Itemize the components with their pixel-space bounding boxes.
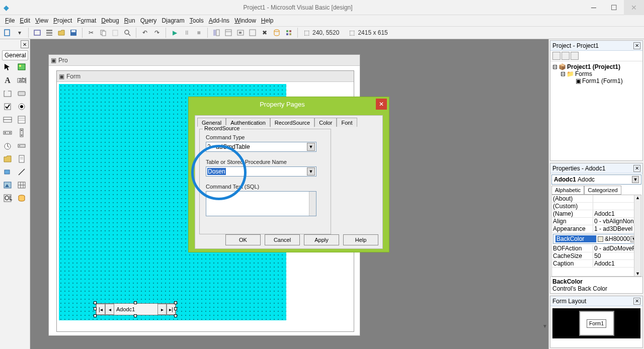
tool-shape-icon[interactable] [1, 166, 14, 178]
property-row[interactable]: (About) [552, 195, 641, 203]
new-project-icon[interactable] [2, 27, 13, 38]
tree-form1[interactable]: Form1 (Form1) [582, 77, 623, 84]
properties-scrollbar[interactable]: ▲ ▼ [634, 195, 641, 276]
adodc-control[interactable]: |◂ ◂ Adodc1 ▸ ▸| [96, 303, 176, 315]
menu-view[interactable]: View [33, 16, 50, 25]
tool-textbox-icon[interactable]: ab| [15, 74, 28, 86]
minimize-button[interactable]: ─ [584, 0, 604, 15]
property-value[interactable]: &H80000▼ [597, 235, 637, 242]
adodc-next-button[interactable]: ▸ [157, 304, 167, 315]
component-manager-icon[interactable] [283, 27, 294, 38]
data-view-icon[interactable] [271, 27, 282, 38]
tool-hscrollbar-icon[interactable] [1, 127, 14, 139]
textarea-scrollbar[interactable] [309, 192, 316, 216]
tool-data-icon[interactable] [15, 179, 28, 191]
redo-icon[interactable]: ↷ [151, 27, 163, 38]
project-tree[interactable]: ⊟📦Project1 (Project1) ⊟📁Forms ▣Form1 (Fo… [550, 61, 642, 86]
menu-diagram[interactable]: Diagram [159, 16, 186, 25]
tree-expand-icon[interactable]: ⊟ [560, 70, 566, 77]
dialog-close-button[interactable]: ✕ [376, 99, 387, 110]
menu-query[interactable]: Query [138, 16, 159, 25]
tool-image-icon[interactable] [1, 179, 14, 191]
open-icon[interactable] [56, 27, 67, 38]
toolbox-close-button[interactable]: ✕ [21, 40, 29, 48]
command-type-combo[interactable]: 2 - adCmdTable ▼ [206, 142, 316, 152]
maximize-button[interactable]: ☐ [604, 0, 624, 15]
tab-categorized[interactable]: Categorized [584, 186, 621, 195]
menu-project[interactable]: Project [51, 16, 74, 25]
command-text-textarea[interactable] [206, 191, 316, 216]
object-browser-icon[interactable] [247, 27, 258, 38]
tool-label-icon[interactable]: A [1, 74, 14, 86]
toggle-folders-icon[interactable] [571, 52, 579, 60]
property-row[interactable]: BackColor&H80000▼ [553, 234, 640, 244]
tool-frame-icon[interactable] [1, 88, 14, 100]
project-explorer-icon[interactable] [211, 27, 222, 38]
property-row[interactable]: (Name)Adodc1 [552, 210, 641, 218]
save-icon[interactable] [68, 27, 79, 38]
properties-list[interactable]: (About)(Custom)(Name)Adodc1Align0 - vbAl… [551, 195, 641, 277]
tool-checkbox-icon[interactable] [1, 101, 14, 113]
menu-window[interactable]: Window [232, 16, 258, 25]
tab-alphabetic[interactable]: Alphabetic [551, 186, 584, 195]
dropdown-icon[interactable]: ▼ [632, 176, 639, 183]
cancel-button[interactable]: Cancel [265, 234, 300, 245]
menu-editor-icon[interactable] [44, 27, 55, 38]
view-object-icon[interactable] [561, 52, 570, 60]
copy-icon[interactable] [98, 27, 109, 38]
properties-panel-close-button[interactable]: ✕ [633, 165, 640, 172]
tab-recordsource[interactable]: RecordSource [270, 118, 314, 127]
menu-debug[interactable]: Debug [99, 16, 121, 25]
mdi-scroll-down-icon[interactable]: ▼ [542, 323, 547, 329]
dropdown-icon[interactable]: ▼ [307, 167, 315, 176]
tab-color[interactable]: Color [314, 118, 337, 127]
toolbox-header[interactable]: General [2, 50, 28, 60]
menu-file[interactable]: File [3, 16, 17, 25]
menu-help[interactable]: Help [259, 16, 276, 25]
run-icon[interactable]: ▶ [169, 27, 180, 38]
menu-format[interactable]: Format [75, 16, 98, 25]
property-row[interactable]: CaptionAdodc1 [552, 260, 641, 268]
cut-icon[interactable]: ✂ [86, 27, 97, 38]
menu-addins[interactable]: Add-Ins [207, 16, 231, 25]
find-icon[interactable] [122, 27, 133, 38]
help-button[interactable]: Help [343, 234, 378, 245]
tool-timer-icon[interactable] [1, 140, 14, 152]
tool-pointer-icon[interactable] [1, 61, 14, 73]
form-layout-close-button[interactable]: ✕ [633, 298, 640, 305]
form-layout-icon[interactable] [235, 27, 246, 38]
property-row[interactable]: Align0 - vbAlignNone [552, 218, 641, 225]
properties-object-selector[interactable]: Adodc1 Adodc ▼ [551, 175, 641, 185]
tab-font[interactable]: Font [337, 118, 357, 127]
tool-line-icon[interactable] [15, 166, 28, 178]
undo-icon[interactable]: ↶ [139, 27, 150, 38]
property-row[interactable]: BOFAction0 - adDoMoveFir [552, 245, 641, 252]
tree-expand-icon[interactable]: ⊟ [552, 63, 557, 70]
tool-combobox-icon[interactable] [1, 114, 14, 126]
properties-window-icon[interactable] [223, 27, 234, 38]
tool-commandbutton-icon[interactable] [15, 88, 28, 100]
ok-button[interactable]: OK [225, 234, 261, 245]
tree-project-root[interactable]: Project1 (Project1) [567, 63, 620, 70]
view-code-icon[interactable] [552, 52, 560, 60]
menu-run[interactable]: Run [122, 16, 137, 25]
toolbox-icon[interactable]: ✖ [259, 27, 270, 38]
scroll-up-icon[interactable]: ▲ [634, 195, 641, 200]
tool-dirlistbox-icon[interactable] [1, 153, 14, 165]
property-row[interactable]: CacheSize50 [552, 252, 641, 260]
tool-optionbutton-icon[interactable] [15, 101, 28, 113]
adodc-first-button[interactable]: |◂ [96, 304, 105, 315]
dropdown-icon[interactable]: ▾ [14, 27, 25, 38]
tool-picturebox-icon[interactable] [15, 61, 28, 73]
property-row[interactable]: Appearance1 - ad3DBevel [552, 225, 641, 233]
project-panel-close-button[interactable]: ✕ [633, 42, 640, 49]
tree-forms-folder[interactable]: Forms [575, 70, 592, 77]
tool-drivelistbox-icon[interactable] [15, 140, 28, 152]
tool-listbox-icon[interactable] [15, 114, 28, 126]
tool-filelistbox-icon[interactable] [15, 153, 28, 165]
menu-tools[interactable]: Tools [188, 16, 206, 25]
adodc-prev-button[interactable]: ◂ [105, 304, 114, 315]
dropdown-icon[interactable]: ▼ [307, 143, 315, 151]
tool-ole-icon[interactable]: OLE [1, 192, 14, 204]
tool-adodc-icon[interactable] [15, 192, 28, 204]
